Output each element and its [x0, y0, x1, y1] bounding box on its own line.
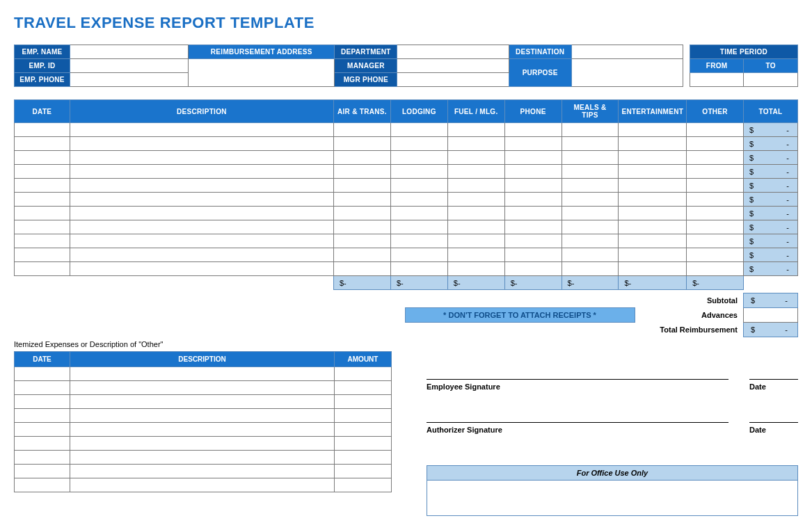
expense-cell[interactable] — [15, 193, 70, 207]
itemized-cell[interactable] — [15, 437, 70, 451]
itemized-cell[interactable] — [15, 451, 70, 465]
expense-cell[interactable] — [15, 262, 70, 276]
expense-cell[interactable] — [333, 193, 390, 207]
expense-cell[interactable] — [390, 207, 447, 220]
expense-cell[interactable] — [70, 220, 333, 234]
expense-cell[interactable] — [687, 165, 744, 179]
itemized-cell[interactable] — [70, 367, 335, 381]
authorizer-sig-date[interactable]: Date — [749, 422, 798, 434]
itemized-cell[interactable] — [70, 423, 335, 437]
itemized-cell[interactable] — [70, 451, 335, 465]
expense-cell[interactable] — [562, 123, 619, 137]
itemized-cell[interactable] — [335, 367, 392, 381]
expense-cell[interactable] — [390, 220, 447, 234]
input-mgr-phone[interactable] — [397, 73, 509, 87]
expense-cell[interactable] — [70, 137, 333, 151]
itemized-cell[interactable] — [70, 381, 335, 395]
expense-cell[interactable] — [687, 137, 744, 151]
itemized-cell[interactable] — [335, 395, 392, 409]
input-manager[interactable] — [397, 59, 509, 73]
itemized-cell[interactable] — [70, 437, 335, 451]
itemized-cell[interactable] — [70, 395, 335, 409]
expense-cell[interactable] — [390, 248, 447, 262]
expense-cell[interactable] — [619, 207, 687, 220]
expense-cell[interactable] — [15, 220, 70, 234]
expense-cell[interactable] — [390, 179, 447, 193]
input-emp-id[interactable] — [70, 59, 189, 73]
input-from[interactable] — [690, 73, 744, 87]
itemized-cell[interactable] — [335, 437, 392, 451]
expense-cell[interactable] — [333, 151, 390, 165]
input-emp-phone[interactable] — [70, 73, 189, 87]
expense-cell[interactable] — [619, 248, 687, 262]
expense-cell[interactable] — [504, 137, 562, 151]
expense-cell[interactable] — [333, 179, 390, 193]
expense-cell[interactable] — [447, 179, 504, 193]
expense-cell[interactable] — [619, 151, 687, 165]
expense-cell[interactable] — [687, 179, 744, 193]
itemized-cell[interactable] — [15, 478, 70, 492]
expense-cell[interactable] — [687, 248, 744, 262]
expense-cell[interactable] — [447, 123, 504, 137]
expense-cell[interactable] — [333, 123, 390, 137]
itemized-cell[interactable] — [15, 367, 70, 381]
expense-cell[interactable] — [333, 207, 390, 220]
input-reimb-addr[interactable] — [189, 59, 335, 87]
expense-cell[interactable] — [333, 165, 390, 179]
expense-cell[interactable] — [619, 165, 687, 179]
expense-cell[interactable] — [333, 262, 390, 276]
expense-cell[interactable] — [70, 179, 333, 193]
expense-cell[interactable] — [504, 262, 562, 276]
expense-cell[interactable] — [504, 234, 562, 248]
itemized-cell[interactable] — [70, 465, 335, 478]
expense-cell[interactable] — [15, 123, 70, 137]
expense-cell[interactable] — [687, 262, 744, 276]
expense-cell[interactable] — [504, 248, 562, 262]
expense-cell[interactable] — [562, 248, 619, 262]
expense-cell[interactable] — [447, 262, 504, 276]
employee-sig-date[interactable]: Date — [749, 379, 798, 391]
itemized-cell[interactable] — [335, 465, 392, 478]
expense-cell[interactable] — [15, 165, 70, 179]
expense-cell[interactable] — [70, 248, 333, 262]
expense-cell[interactable] — [447, 207, 504, 220]
itemized-cell[interactable] — [15, 381, 70, 395]
expense-cell[interactable] — [333, 137, 390, 151]
expense-cell[interactable] — [504, 207, 562, 220]
input-to[interactable] — [744, 73, 798, 87]
expense-cell[interactable] — [619, 262, 687, 276]
expense-cell[interactable] — [562, 179, 619, 193]
expense-cell[interactable] — [562, 220, 619, 234]
expense-cell[interactable] — [687, 220, 744, 234]
expense-cell[interactable] — [70, 123, 333, 137]
expense-cell[interactable] — [15, 248, 70, 262]
expense-cell[interactable] — [619, 179, 687, 193]
input-purpose[interactable] — [571, 59, 683, 87]
expense-cell[interactable] — [15, 137, 70, 151]
input-emp-name[interactable] — [70, 45, 189, 59]
expense-cell[interactable] — [447, 234, 504, 248]
expense-cell[interactable] — [447, 137, 504, 151]
expense-cell[interactable] — [70, 207, 333, 220]
itemized-cell[interactable] — [15, 395, 70, 409]
expense-cell[interactable] — [70, 234, 333, 248]
expense-cell[interactable] — [562, 137, 619, 151]
itemized-cell[interactable] — [15, 423, 70, 437]
expense-cell[interactable] — [504, 220, 562, 234]
expense-cell[interactable] — [619, 123, 687, 137]
expense-cell[interactable] — [390, 193, 447, 207]
itemized-cell[interactable] — [15, 409, 70, 423]
itemized-cell[interactable] — [15, 465, 70, 478]
expense-cell[interactable] — [70, 193, 333, 207]
expense-cell[interactable] — [504, 123, 562, 137]
expense-cell[interactable] — [619, 137, 687, 151]
expense-cell[interactable] — [619, 234, 687, 248]
expense-cell[interactable] — [562, 165, 619, 179]
itemized-cell[interactable] — [335, 409, 392, 423]
office-use-body[interactable] — [427, 481, 797, 515]
expense-cell[interactable] — [687, 151, 744, 165]
expense-cell[interactable] — [15, 151, 70, 165]
itemized-cell[interactable] — [335, 478, 392, 492]
itemized-cell[interactable] — [70, 478, 335, 492]
expense-cell[interactable] — [562, 151, 619, 165]
